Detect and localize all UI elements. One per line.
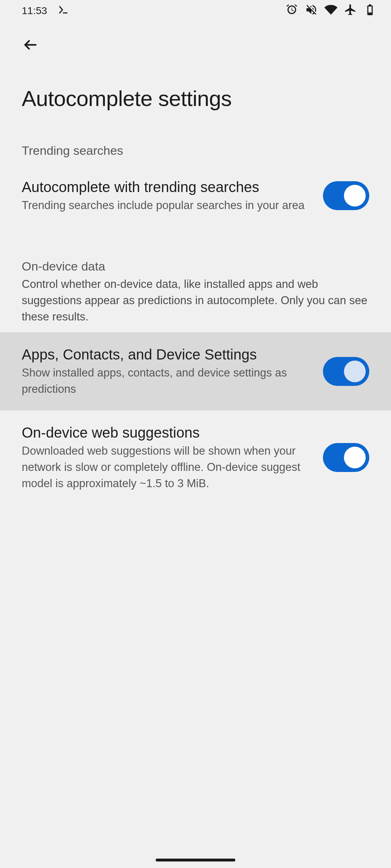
page-title: Autocomplete settings (0, 61, 391, 133)
setting-apps-contacts[interactable]: Apps, Contacts, and Device Settings Show… (0, 332, 391, 410)
top-bar (0, 22, 391, 61)
setting-subtitle: Downloaded web suggestions will be shown… (22, 443, 308, 492)
gesture-nav-bar[interactable] (156, 859, 235, 861)
battery-icon (363, 3, 377, 19)
status-time: 11:53 (22, 5, 47, 17)
section-header-trending: Trending searches (0, 133, 391, 165)
status-left: 11:53 (22, 4, 69, 18)
section-header-ondevice: On-device data Control whether on-device… (0, 248, 391, 332)
wifi-icon (324, 3, 337, 19)
setting-title: Apps, Contacts, and Device Settings (22, 345, 308, 363)
toggle-apps-contacts[interactable] (323, 357, 369, 386)
back-button[interactable] (22, 36, 39, 54)
setting-subtitle: Show installed apps, contacts, and devic… (22, 365, 308, 397)
section-desc: Control whether on-device data, like ins… (22, 276, 369, 325)
section-title: Trending searches (22, 144, 369, 158)
status-bar: 11:53 (0, 0, 391, 22)
alarm-icon (285, 3, 298, 19)
setting-web-suggestions[interactable]: On-device web suggestions Downloaded web… (0, 410, 391, 505)
toggle-knob (344, 447, 366, 468)
toggle-knob (344, 185, 366, 207)
status-right (285, 3, 377, 19)
setting-text: Apps, Contacts, and Device Settings Show… (22, 345, 308, 397)
setting-text: On-device web suggestions Downloaded web… (22, 424, 308, 492)
setting-subtitle: Trending searches include popular search… (22, 197, 308, 214)
mute-icon (305, 3, 318, 19)
toggle-knob (344, 361, 366, 382)
toggle-trending-searches[interactable] (323, 181, 369, 210)
setting-trending-searches[interactable]: Autocomplete with trending searches Tren… (0, 165, 391, 227)
terminal-icon (58, 4, 69, 18)
setting-title: On-device web suggestions (22, 424, 308, 442)
airplane-icon (344, 3, 357, 19)
setting-title: Autocomplete with trending searches (22, 178, 308, 196)
arrow-left-icon (22, 37, 38, 53)
section-title: On-device data (22, 259, 369, 273)
toggle-web-suggestions[interactable] (323, 443, 369, 472)
setting-text: Autocomplete with trending searches Tren… (22, 178, 308, 214)
